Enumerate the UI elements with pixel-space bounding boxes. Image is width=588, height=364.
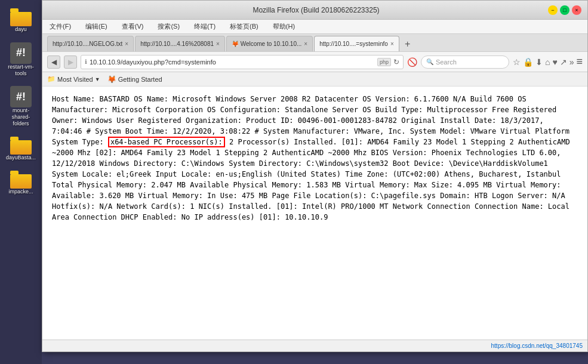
menu-search[interactable]: 搜索(S) [155,21,182,32]
highlighted-text: x64-based PC Processor(s): [108,137,225,147]
maximize-button[interactable]: □ [560,5,569,15]
php-badge: php [377,58,391,66]
menu-help[interactable]: 帮助(H) [270,21,297,32]
menu-tabs[interactable]: 标签页(B) [227,21,261,32]
tab-label: http://10.10....NGELOG.txt [53,41,122,47]
url-bar[interactable]: ℹ 10.10.10.9/dayuxiyou.php?cmd=systeminf… [81,55,404,69]
desktop-icon-dayubasta[interactable]: dayuBasta... [2,134,39,164]
getting-started-bookmark[interactable]: 🦊 Getting Started [107,75,162,84]
desktop-icons-panel: dayu #! restart-vm-tools #! mount-shared… [0,0,42,364]
hash-icon: #! [10,86,32,107]
search-placeholder: Search [436,58,457,66]
lock-icon: ℹ [85,58,87,65]
chevron-down-icon: ▼ [95,76,100,82]
new-tab-button[interactable]: + [401,37,415,51]
menu-edit[interactable]: 编辑(E) [83,21,110,32]
menu-view[interactable]: 查看(V) [119,21,146,32]
shield-icon[interactable]: 🔒 [523,57,533,67]
tab-close-3[interactable]: × [390,41,394,47]
desktop-icon-dayu[interactable]: dayu [2,6,39,35]
tab-label: http://10.10....4.16%208081 [140,41,214,47]
bookmark-icon[interactable]: ♥ [552,57,557,67]
content-area: Host Name: BASTARD OS Name: Microsoft Wi… [42,87,587,340]
status-url: https://blog.csdn.net/qq_34801745 [491,343,583,349]
desktop: dayu #! restart-vm-tools #! mount-shared… [0,0,588,364]
more-icon[interactable]: » [569,57,574,67]
reload-icon[interactable]: ↻ [393,58,399,66]
bookmarks-bar: 📁 Most Visited ▼ 🦊 Getting Started [42,72,587,87]
tab-label: 🦊 Welcome to 10.10.10... [232,41,301,47]
url-text: 10.10.10.9/dayuxiyou.php?cmd=systeminfo [90,58,375,66]
window-controls: − □ × [548,5,581,15]
desktop-icon-label: mount-shared-folders [5,107,37,127]
menu-bar: 文件(F) 编辑(E) 查看(V) 搜索(S) 终端(T) 标签页(B) 帮助(… [42,20,587,34]
tab-bar: http://10.10....NGELOG.txt × http://10.1… [42,34,587,52]
star-icon[interactable]: ☆ [513,57,521,67]
desktop-icon-mount[interactable]: #! mount-shared-folders [2,84,39,129]
hash-icon: #! [10,42,32,64]
content-text-after: 2 Processor(s) Installed. [01]: AMD64 Fa… [52,138,570,221]
tab-0[interactable]: http://10.10....NGELOG.txt × [47,36,134,51]
download-icon[interactable]: ⬇ [535,57,543,67]
browser-window: Mozilla Firefox (Build 20180626223325) −… [42,0,588,352]
share-icon[interactable]: ↗ [560,57,567,67]
search-icon: 🔍 [426,58,433,65]
desktop-icon-restart[interactable]: #! restart-vm-tools [2,40,39,79]
desktop-icon-impacket[interactable]: impacke... [2,168,39,198]
desktop-icon-label: dayu [15,26,27,33]
tab-label: http://10.10....=systeminfo [319,41,388,47]
status-bar: https://blog.csdn.net/qq_34801745 [42,340,587,351]
desktop-icon-label: impacke... [8,189,33,195]
address-bar-icons: ☆ 🔒 ⬇ ⌂ ♥ ↗ » ≡ [513,55,583,68]
most-visited-bookmark[interactable]: 📁 Most Visited ▼ [47,75,100,83]
tab-3-active[interactable]: http://10.10....=systeminfo × [314,36,399,51]
address-bar: ◀ ▶ ℹ 10.10.10.9/dayuxiyou.php?cmd=syste… [42,52,587,72]
tab-close-0[interactable]: × [125,41,128,47]
tab-close-2[interactable]: × [304,41,307,47]
search-bar[interactable]: 🔍 Search [421,55,509,69]
menu-file[interactable]: 文件(F) [47,21,73,32]
forward-button[interactable]: ▶ [64,55,77,69]
block-icon: 🚫 [407,57,417,67]
tab-2[interactable]: 🦊 Welcome to 10.10.10... × [226,36,313,51]
title-bar: Mozilla Firefox (Build 20180626223325) −… [42,1,587,20]
hamburger-menu[interactable]: ≡ [576,55,583,68]
tab-close-1[interactable]: × [216,41,220,47]
close-button[interactable]: × [572,5,581,15]
desktop-icon-label: restart-vm-tools [5,64,37,77]
firefox-small-icon: 🦊 [232,41,239,47]
minimize-button[interactable]: − [548,5,558,15]
home-icon[interactable]: ⌂ [545,57,550,67]
desktop-icon-label: dayuBasta... [6,155,36,161]
menu-terminal[interactable]: 终端(T) [192,21,218,32]
tab-1[interactable]: http://10.10....4.16%208081 × [135,36,225,51]
bookmark-folder-icon: 📁 [47,75,56,83]
firefox-icon: 🦊 [107,75,116,84]
window-title: Mozilla Firefox (Build 20180626223325) [84,6,548,14]
back-button[interactable]: ◀ [47,55,60,69]
